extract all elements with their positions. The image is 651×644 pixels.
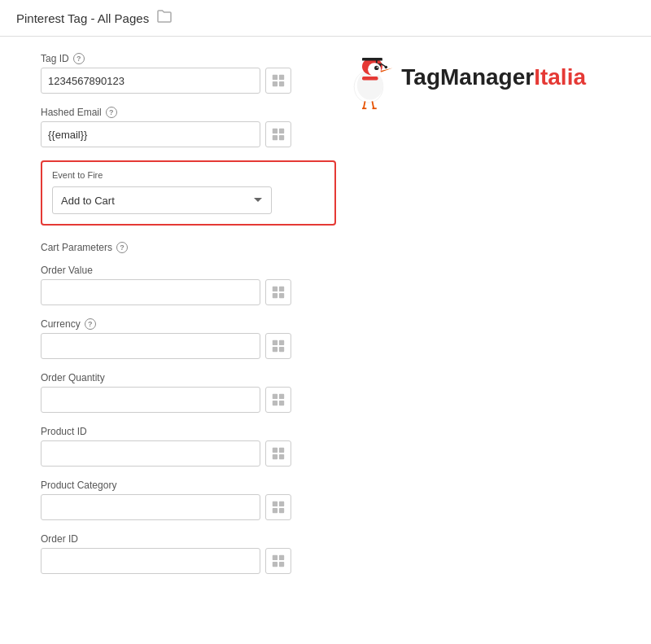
product-category-input[interactable] bbox=[41, 494, 260, 520]
svg-point-7 bbox=[385, 66, 388, 69]
svg-rect-22 bbox=[279, 129, 284, 134]
svg-rect-32 bbox=[279, 347, 284, 352]
svg-rect-12 bbox=[362, 77, 378, 80]
hashed-email-variable-button[interactable] bbox=[265, 121, 291, 147]
event-to-fire-select[interactable]: Add to Cart Checkout Custom Lead Page Vi… bbox=[52, 186, 272, 214]
tag-id-variable-button[interactable] bbox=[265, 68, 291, 94]
svg-marker-11 bbox=[381, 68, 392, 72]
svg-rect-3 bbox=[362, 58, 382, 61]
svg-rect-46 bbox=[279, 555, 284, 560]
order-quantity-variable-button[interactable] bbox=[265, 387, 291, 413]
order-quantity-input[interactable] bbox=[41, 387, 260, 413]
svg-rect-37 bbox=[273, 448, 277, 453]
svg-rect-36 bbox=[279, 401, 284, 405]
event-to-fire-label: Event to Fire bbox=[52, 170, 325, 180]
svg-rect-47 bbox=[273, 562, 277, 567]
order-value-input-row bbox=[41, 279, 336, 305]
tag-id-label: Tag ID ? bbox=[41, 53, 336, 64]
page-title: Pinterest Tag - All Pages bbox=[16, 11, 149, 25]
svg-rect-38 bbox=[279, 448, 284, 453]
order-quantity-field: Order Quantity bbox=[41, 372, 336, 413]
svg-rect-21 bbox=[273, 129, 277, 134]
order-quantity-label: Order Quantity bbox=[41, 372, 336, 383]
currency-help-icon[interactable]: ? bbox=[85, 318, 96, 330]
svg-rect-45 bbox=[273, 555, 277, 560]
product-id-field: Product ID bbox=[41, 426, 336, 467]
svg-rect-41 bbox=[273, 502, 277, 506]
svg-rect-39 bbox=[273, 454, 277, 459]
hashed-email-field: Hashed Email ? bbox=[41, 107, 336, 147]
cart-params-section-label: Cart Parameters ? bbox=[41, 242, 336, 253]
svg-rect-25 bbox=[273, 287, 277, 291]
order-value-variable-button[interactable] bbox=[265, 279, 291, 305]
tag-id-input[interactable] bbox=[41, 68, 260, 94]
product-id-variable-button[interactable] bbox=[265, 440, 291, 467]
svg-point-1 bbox=[357, 71, 383, 100]
svg-rect-35 bbox=[273, 401, 277, 405]
form-section: Tag ID ? Hashed Email ? bbox=[41, 53, 336, 587]
svg-rect-31 bbox=[273, 347, 277, 352]
order-id-label: Order ID bbox=[41, 533, 336, 545]
order-id-field: Order ID bbox=[41, 533, 336, 574]
order-id-input[interactable] bbox=[41, 548, 260, 574]
svg-rect-44 bbox=[279, 508, 284, 513]
product-category-label: Product Category bbox=[41, 480, 336, 491]
main-content: TagManagerItalia Tag ID ? bbox=[0, 37, 651, 644]
order-value-label: Order Value bbox=[41, 265, 336, 276]
folder-icon[interactable] bbox=[157, 10, 172, 26]
currency-variable-button[interactable] bbox=[265, 333, 291, 359]
product-id-label: Product ID bbox=[41, 426, 336, 437]
logo-container: TagManagerItalia bbox=[336, 45, 586, 110]
logo-text-black: TagManager bbox=[401, 64, 534, 90]
event-to-fire-section: Event to Fire Add to Cart Checkout Custo… bbox=[41, 160, 336, 226]
tag-id-help-icon[interactable]: ? bbox=[73, 53, 85, 64]
svg-rect-33 bbox=[273, 394, 277, 399]
svg-rect-42 bbox=[279, 502, 284, 506]
svg-rect-17 bbox=[273, 75, 277, 80]
svg-rect-48 bbox=[279, 562, 284, 567]
svg-rect-29 bbox=[273, 340, 277, 345]
svg-rect-4 bbox=[376, 58, 378, 64]
product-category-input-row bbox=[41, 494, 336, 520]
tag-id-input-row bbox=[41, 68, 336, 94]
hashed-email-help-icon[interactable]: ? bbox=[106, 107, 117, 118]
svg-line-14 bbox=[373, 101, 374, 108]
svg-rect-18 bbox=[279, 75, 284, 80]
svg-point-9 bbox=[374, 66, 378, 70]
svg-point-10 bbox=[377, 67, 378, 68]
currency-input[interactable] bbox=[41, 333, 260, 359]
order-value-field: Order Value bbox=[41, 265, 336, 305]
currency-field: Currency ? bbox=[41, 318, 336, 359]
hashed-email-input[interactable] bbox=[41, 121, 260, 147]
cart-params-help-icon[interactable]: ? bbox=[116, 242, 128, 253]
currency-label: Currency ? bbox=[41, 318, 336, 330]
svg-point-8 bbox=[368, 63, 381, 76]
svg-rect-24 bbox=[279, 135, 284, 140]
svg-rect-34 bbox=[279, 394, 284, 399]
svg-line-13 bbox=[364, 101, 365, 108]
order-quantity-input-row bbox=[41, 387, 336, 413]
hashed-email-label: Hashed Email ? bbox=[41, 107, 336, 118]
svg-rect-28 bbox=[279, 293, 284, 298]
svg-rect-27 bbox=[273, 293, 277, 298]
svg-rect-43 bbox=[273, 508, 277, 513]
svg-rect-19 bbox=[273, 81, 277, 86]
logo-area: TagManagerItalia bbox=[336, 45, 586, 110]
event-to-fire-select-row: Add to Cart Checkout Custom Lead Page Vi… bbox=[52, 186, 325, 214]
svg-rect-40 bbox=[279, 454, 284, 459]
order-id-input-row bbox=[41, 548, 336, 574]
product-id-input-row bbox=[41, 440, 336, 467]
product-category-field: Product Category bbox=[41, 480, 336, 520]
hashed-email-input-row bbox=[41, 121, 336, 147]
svg-rect-23 bbox=[273, 135, 277, 140]
product-id-input[interactable] bbox=[41, 440, 260, 467]
svg-rect-26 bbox=[279, 287, 284, 291]
order-value-input[interactable] bbox=[41, 279, 260, 305]
logo-bird-icon bbox=[336, 45, 401, 110]
logo-text: TagManagerItalia bbox=[401, 64, 586, 90]
product-category-variable-button[interactable] bbox=[265, 494, 291, 520]
tag-id-field: Tag ID ? bbox=[41, 53, 336, 94]
svg-rect-30 bbox=[279, 340, 284, 345]
logo-text-red: Italia bbox=[534, 64, 586, 90]
order-id-variable-button[interactable] bbox=[265, 548, 291, 574]
